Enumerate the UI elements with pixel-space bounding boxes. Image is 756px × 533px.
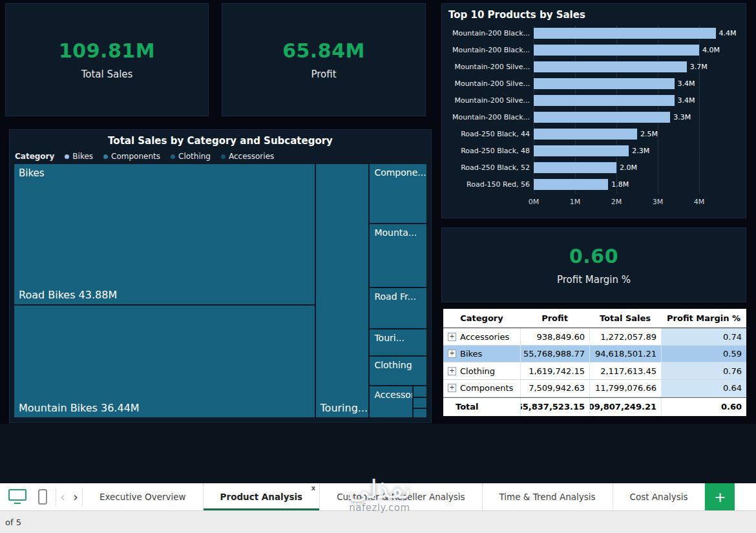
treemap-cell-mountain-frames[interactable]: Mounta... (369, 224, 427, 287)
bar-value-label: 4.0M (702, 46, 720, 54)
legend-label: Accessories (229, 152, 274, 161)
bar-row: Mountain-200 Silve...3.4M (448, 92, 739, 109)
bar-category-label: Mountain-200 Silve... (448, 79, 534, 88)
tab-time-trend-analysis[interactable]: Time & Trend Analysis (483, 483, 613, 510)
bar-value-label: 3.7M (690, 63, 708, 71)
bar-track: 2.0M (534, 162, 739, 173)
legend-item[interactable]: Components (103, 152, 160, 161)
table-row[interactable]: +Bikes55,768,988.7794,618,501.210.59 (443, 346, 746, 363)
total-sales-cell: 2,117,613.45 (589, 362, 661, 379)
tab-cost-analysis[interactable]: Cost Analysis (613, 483, 706, 510)
bar[interactable] (534, 61, 687, 72)
bar-value-label: 4.4M (719, 29, 737, 37)
bar[interactable] (534, 95, 675, 106)
total-sales-cell: 11,799,076.66 (589, 380, 661, 397)
treemap-cell-road-bikes[interactable]: BikesRoad Bikes 43.88M (14, 163, 315, 305)
treemap-cell-road-frames[interactable]: Road Fr... (369, 287, 427, 329)
treemap-cell-touring-bikes[interactable]: Touring... (315, 163, 370, 418)
profit-cell: 7,509,942.63 (520, 380, 589, 397)
status-bar: of 5 (0, 510, 756, 533)
bar-row: Mountain-200 Silve...3.7M (448, 58, 739, 75)
expand-icon[interactable]: + (448, 384, 456, 392)
bar-value-label: 3.4M (678, 96, 695, 105)
tab-executive-overview[interactable]: Executive Overview (83, 483, 204, 510)
profit-margin-kpi-card[interactable]: 0.60 Profit Margin % (441, 227, 746, 302)
legend-item[interactable]: Bikes (65, 152, 93, 161)
profit-kpi-card[interactable]: 65.84M Profit (222, 3, 426, 116)
bar-row: Mountain-200 Black...3.3M (448, 109, 739, 125)
bar[interactable] (534, 78, 675, 89)
total-label: Total (448, 402, 479, 412)
expand-icon[interactable]: + (448, 350, 456, 358)
treemap-cell-components[interactable]: Compone... (369, 163, 427, 224)
tab-product-analysis[interactable]: Product Analysisx (204, 483, 320, 510)
tab-customer-reseller-analysis[interactable]: Customer & Reseller Analysis (320, 483, 482, 510)
bar-row: Mountain-200 Black...4.0M (448, 41, 739, 58)
total-sales-kpi-card[interactable]: 109.81M Total Sales (5, 3, 209, 116)
bar[interactable] (534, 162, 616, 173)
bar-category-label: Road-250 Black, 44 (448, 130, 534, 138)
legend-dot-icon (171, 154, 175, 159)
treemap-cell-small-2[interactable] (413, 397, 427, 408)
legend-item[interactable]: Clothing (171, 152, 211, 161)
tabbar-filler (735, 483, 756, 510)
top-products-bar-chart[interactable]: Top 10 Products by Sales 0M1M2M3M4MMount… (441, 3, 746, 218)
category-cell[interactable]: +Bikes (443, 346, 520, 362)
column-header[interactable]: Profit Margin % (661, 309, 746, 328)
bar-track: 3.7M (534, 61, 739, 72)
legend-label: Bikes (72, 152, 93, 161)
treemap-cell-label: Clothing (374, 360, 412, 370)
total-sales-cell: 94,618,501.21 (589, 346, 661, 362)
profit-value: 65.84M (282, 39, 365, 62)
treemap-visual[interactable]: Total Sales by Category and Subcategory … (9, 129, 432, 423)
expand-icon[interactable]: + (448, 367, 456, 375)
bar[interactable] (534, 145, 629, 156)
category-matrix-table[interactable]: CategoryProfitTotal SalesProfit Margin %… (443, 309, 746, 416)
total-sales-cell: 1,272,057.89 (589, 328, 661, 345)
column-header[interactable]: Total Sales (589, 309, 661, 328)
category-cell[interactable]: +Accessories (443, 328, 520, 345)
treemap-cell-value-label: Mountain Bikes 36.44M (19, 402, 140, 414)
add-page-button[interactable]: + (705, 483, 735, 510)
bar-row: Road-150 Red, 561.8M (448, 176, 739, 193)
treemap-cell-accessories[interactable]: Accessories (369, 386, 413, 418)
desktop-view-icon[interactable] (8, 488, 27, 505)
powerbi-dashboard: 109.81M Total Sales 65.84M Profit Top 10… (0, 0, 756, 533)
treemap-cell-touring-frames[interactable]: Touri... (369, 329, 427, 356)
table-row[interactable]: +Clothing1,619,742.152,117,613.450.76 (443, 362, 746, 380)
treemap-cell-small-3[interactable] (413, 408, 427, 418)
mobile-view-icon[interactable] (37, 488, 48, 505)
expand-icon[interactable]: + (448, 333, 456, 341)
prev-page-arrow-icon[interactable]: ‹ (56, 483, 69, 510)
bar[interactable] (534, 28, 716, 39)
treemap-area: BikesRoad Bikes 43.88MMountain Bikes 36.… (14, 163, 427, 418)
category-cell[interactable]: +Components (443, 380, 520, 397)
column-header[interactable]: Profit (520, 309, 589, 328)
treemap-cell-small-1[interactable] (413, 386, 427, 397)
tab-close-icon[interactable]: x (311, 485, 315, 492)
bar[interactable] (534, 45, 699, 56)
legend-dot-icon (65, 154, 69, 159)
treemap-cell-value-label: Road Bikes 43.88M (19, 289, 117, 301)
table-row[interactable]: +Components7,509,942.6311,799,076.660.64 (443, 380, 746, 397)
legend-title: Category (15, 152, 54, 161)
bar-rows: Mountain-200 Black...4.4MMountain-200 Bl… (448, 25, 739, 193)
bar[interactable] (534, 179, 608, 190)
profit-cell: 938,849.60 (520, 328, 589, 345)
bar[interactable] (534, 129, 637, 140)
tabs-container: Executive OverviewProduct AnalysisxCusto… (83, 483, 705, 510)
column-header[interactable]: Category (443, 309, 520, 328)
view-switcher (0, 483, 56, 510)
category-cell[interactable]: +Clothing (443, 362, 520, 379)
bar-category-label: Mountain-200 Silve... (448, 63, 534, 71)
next-page-arrow-icon[interactable]: › (69, 483, 82, 510)
bar-row: Road-250 Black, 482.3M (448, 142, 739, 159)
bar-row: Mountain-200 Black...4.4M (448, 25, 739, 41)
table-row[interactable]: +Accessories938,849.601,272,057.890.74 (443, 328, 746, 346)
treemap-cell-mountain-bikes[interactable]: Mountain Bikes 36.44M (14, 305, 315, 418)
bar[interactable] (534, 112, 670, 123)
profit-margin-cell: 0.59 (661, 346, 746, 362)
treemap-cell-clothing[interactable]: Clothing (369, 356, 427, 386)
bar-category-label: Road-250 Black, 52 (448, 163, 534, 172)
legend-item[interactable]: Accessories (221, 152, 274, 161)
